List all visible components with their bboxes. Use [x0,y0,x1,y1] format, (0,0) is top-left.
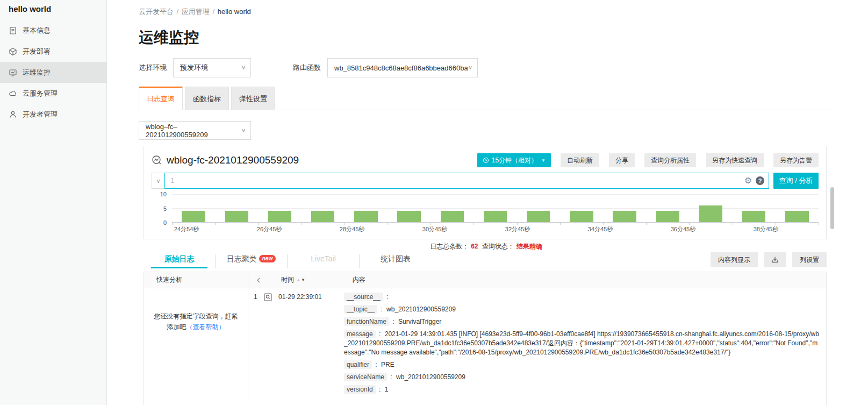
sidebar-item-label: 运维监控 [23,68,51,77]
collapse-panel-icon[interactable] [255,277,262,283]
result-tab[interactable]: 原始日志 [144,254,216,268]
result-tab[interactable]: LiveTail [288,254,360,268]
chart-bar [742,211,765,222]
x-tick [474,223,474,225]
x-tick-label: 30分45秒 [422,225,447,233]
logstore-select[interactable]: wblog–fc–2021012900559209 ∨ [139,121,251,140]
deploy-box-icon [9,47,17,56]
main-tab[interactable]: 日志查询 [139,87,183,110]
logstore-title: wblog-fc-2021012900559209 [152,154,299,166]
x-tick [215,223,216,225]
sidebar-item[interactable]: 基本信息 [0,20,106,41]
gear-icon[interactable]: ⚙ [744,176,752,185]
log-field: versionId : 1 [344,385,821,394]
main-tab-label: 函数指标 [193,94,221,104]
monitor-icon [9,68,17,77]
logstore-title-text: wblog-fc-2021012900559209 [167,154,299,166]
developer-icon [9,110,17,119]
download-button[interactable] [764,252,786,267]
breadcrumb-separator [251,8,253,16]
help-icon[interactable]: ? [756,176,764,185]
sidebar-item[interactable]: 开发部署 [0,41,106,62]
y-tick-label: 0 [163,219,167,226]
panel-actions: 15分钟（相对） ▼ 自动刷新分享查询分析属性另存为快速查询另存为告警 [477,153,819,167]
field-key[interactable]: versionId [344,385,376,394]
time-range-button[interactable]: 15分钟（相对） ▼ [477,153,551,167]
sidebar-item[interactable]: 开发者管理 [0,104,106,125]
time-range-label: 15分钟（相对） [492,156,537,165]
field-key[interactable]: message [344,330,376,338]
sort-asc-icon[interactable]: ▲ [296,278,300,282]
field-key[interactable]: __source__ [344,293,383,301]
panel-action-buttons: 自动刷新分享查询分析属性另存为快速查询另存为告警 [551,153,819,167]
chart-bar [354,211,377,222]
main-tab[interactable]: 弹性设置 [231,87,275,110]
panel-action-button[interactable]: 自动刷新 [561,153,599,167]
breadcrumb-item[interactable]: 应用管理 / [182,8,218,16]
field-key[interactable]: qualifier [344,360,372,369]
sidebar-item[interactable]: 运维监控 [0,62,106,83]
breadcrumb-item[interactable]: hello world [218,8,253,16]
query-input[interactable] [180,174,769,188]
panel-action-button[interactable]: 另存为快速查询 [706,153,764,167]
x-tick-label: 26分45秒 [257,225,282,233]
vertical-scrollbar[interactable] [830,187,834,229]
page-title: 运维监控 [139,30,836,46]
log-field: qualifier : PRE [344,360,821,370]
env-select[interactable]: 预发环境 ∨ [173,58,251,77]
sidebar-item-label: 开发者管理 [23,110,58,119]
result-tabs: 原始日志 日志聚类new LiveTail 统计图表 [144,254,432,268]
quick-analysis-panel: 您还没有指定字段查询，赶紧添加吧（查看帮助） [144,288,248,405]
sidebar-item[interactable]: 云服务管理 [0,83,106,104]
chart-bar [656,211,679,222]
time-column-header[interactable]: 时间 ▲▼ [281,275,305,285]
panel-action-button[interactable]: 查询分析属性 [644,153,696,167]
chart-plot-area[interactable] [172,194,819,223]
sort-icons[interactable]: ▲▼ [296,278,305,282]
panel-action-button[interactable]: 另存为告警 [773,153,819,167]
main-tabs: 日志查询 函数指标 弹性设置 [139,87,836,110]
chart-bar [268,211,291,222]
result-tab[interactable]: 统计图表 [360,254,432,268]
query-status-value: 结果精确 [517,243,542,250]
chart-bar [570,211,593,222]
table-header: 快速分析 时间 ▲▼ 内容 [144,272,826,288]
log-field: message : 2021-01-29 14:39:01.435 [INFO]… [344,330,821,357]
panel-action-button[interactable]: 分享 [609,153,635,167]
breadcrumb-separator: / [210,8,218,16]
search-analyze-button[interactable]: 查询 / 分析 [773,173,819,189]
route-function-select[interactable]: wb_8581c948c8c68ae8cf86a6bbead660ba ∨ [327,58,478,77]
x-tick [646,223,647,225]
view-log-detail-icon[interactable] [263,293,272,302]
field-key[interactable]: __topic__ [344,305,377,314]
log-row-index: 1 [248,293,260,397]
env-select-value: 预发环境 [180,63,208,73]
log-fields: __source__ : __topic__ : wb_202101290055… [344,293,826,397]
chart-bar [441,211,464,222]
breadcrumb-item[interactable]: 云开发平台 / [139,8,182,16]
chart-bar [484,211,507,222]
field-key[interactable]: functionName [344,317,389,326]
main-tab[interactable]: 函数指标 [185,87,229,110]
log-row-time: 01-29 22:39:01 [278,293,332,397]
query-status-label: 查询状态： [482,243,514,250]
caret-down-icon: ▼ [541,158,546,163]
content-column-button[interactable]: 内容列显示 [711,252,758,267]
column-settings-button[interactable]: 列设置 [792,252,827,267]
table-body: 您还没有指定字段查询，赶紧添加吧（查看帮助） 1 01-29 22:39:01 … [144,288,826,405]
x-tick [689,223,690,225]
view-help-link[interactable]: （查看帮助） [186,323,225,331]
quick-analysis-header: 快速分析 [144,272,248,288]
query-collapse-button[interactable]: ∨ [152,173,165,189]
log-field: functionName : SurvivalTrigger [344,317,821,326]
field-key[interactable]: serviceName [344,373,387,381]
sort-desc-icon[interactable]: ▼ [301,278,305,282]
query-summary: 日志总条数：62 查询状态：结果精确 [144,242,827,251]
sidebar: hello world 基本信息 开发部署 运维监控 云服务管理 [0,0,107,405]
document-icon [9,26,17,35]
result-tab[interactable]: 日志聚类new [216,254,288,268]
chevron-down-icon: ∨ [156,177,160,184]
query-line-number: 1 [170,177,174,184]
x-tick-label: 32分45秒 [505,225,530,233]
field-value: SurvivalTrigger [398,318,441,325]
